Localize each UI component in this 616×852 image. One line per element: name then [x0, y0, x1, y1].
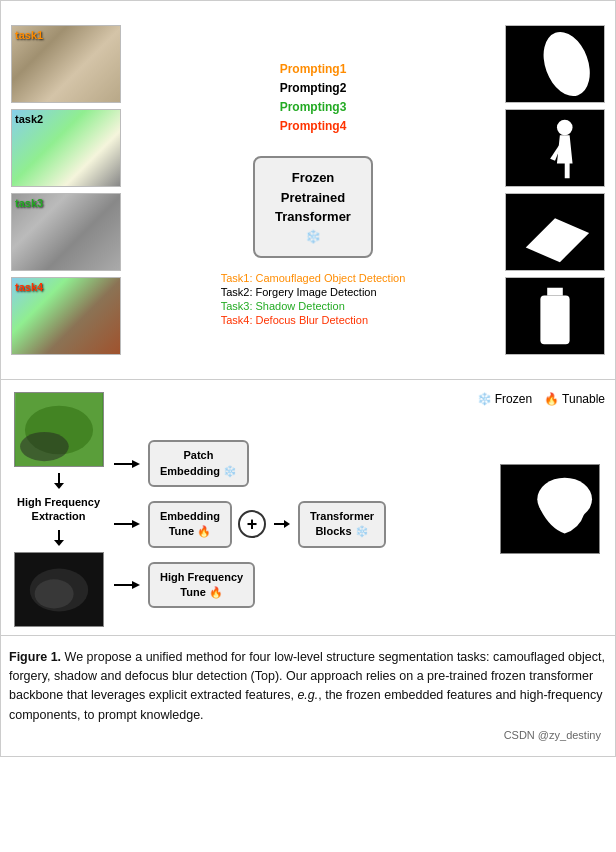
task1-image: task1 — [11, 25, 121, 103]
task-labels-box: Task1: Camouflaged Object Detection Task… — [221, 272, 406, 326]
frozen-legend-icon: ❄️ — [477, 392, 492, 406]
prompting3-label: Prompting3 — [280, 98, 347, 117]
svg-point-11 — [20, 432, 69, 461]
main-container: task1 task2 task3 task4 Prompting1 Promp… — [0, 0, 616, 757]
svg-point-29 — [543, 481, 566, 504]
svg-point-18 — [34, 579, 73, 608]
bottom-section: ❄️ Frozen 🔥 Tunable — [0, 380, 616, 636]
task2-image: task2 — [11, 109, 121, 187]
svg-marker-26 — [132, 581, 140, 589]
svg-marker-15 — [54, 540, 64, 546]
frozen-line2: Pretrained — [275, 188, 351, 208]
arrow-to-hft-icon — [112, 575, 142, 595]
legend: ❄️ Frozen 🔥 Tunable — [477, 392, 605, 406]
hf-output-image — [14, 552, 104, 627]
pe-frozen-icon: ❄️ — [223, 465, 237, 477]
input-image — [14, 392, 104, 467]
arrow-to-pe-icon — [112, 454, 142, 474]
legend-frozen: ❄️ Frozen — [477, 392, 532, 406]
task2-description: Task2: Forgery Image Detection — [221, 286, 406, 298]
right-result — [495, 464, 605, 554]
result-bottom-image — [500, 464, 600, 554]
frozen-line3: Transformer — [275, 207, 351, 227]
frozen-transformer-box: Frozen Pretrained Transformer ❄️ — [253, 156, 373, 258]
frozen-icon: ❄️ — [275, 227, 351, 247]
svg-rect-2 — [506, 110, 603, 186]
bottom-diagram: ❄️ Frozen 🔥 Tunable — [11, 392, 605, 627]
top-section: task1 task2 task3 task4 Prompting1 Promp… — [0, 0, 616, 380]
prompting1-label: Prompting1 — [280, 60, 347, 79]
transformer-blocks-block: TransformerBlocks ❄️ — [298, 501, 386, 548]
down-arrow2-icon — [49, 528, 69, 548]
prompting2-label: Prompting2 — [280, 79, 347, 98]
svg-rect-7 — [547, 288, 563, 296]
task3-description: Task3: Shadow Detection — [221, 300, 406, 312]
svg-marker-22 — [132, 520, 140, 528]
tunable-legend-icon: 🔥 — [544, 392, 559, 406]
caption-text: Figure 1. We propose a unified method fo… — [9, 648, 607, 726]
task3-image: task3 — [11, 193, 121, 271]
patch-embedding-block: PatchEmbedding ❄️ — [148, 440, 249, 487]
prompting-box: Prompting1 Prompting2 Prompting3 Prompti… — [268, 54, 359, 143]
result-images-column — [505, 25, 605, 355]
svg-marker-24 — [284, 520, 290, 528]
result3-image — [505, 193, 605, 271]
task4-image: task4 — [11, 277, 121, 355]
frozen-line1: Frozen — [275, 168, 351, 188]
tunable-legend-label: Tunable — [562, 392, 605, 406]
task-images-column: task1 task2 task3 task4 — [11, 25, 121, 355]
svg-rect-8 — [540, 296, 569, 345]
svg-marker-20 — [132, 460, 140, 468]
task3-label: task3 — [15, 197, 43, 209]
arrow-to-et-icon — [112, 514, 142, 534]
legend-tunable: 🔥 Tunable — [544, 392, 605, 406]
left-column: High FrequencyExtraction — [11, 392, 106, 627]
svg-point-3 — [557, 120, 573, 136]
hf-tune-block: High FrequencyTune 🔥 — [148, 562, 255, 609]
arrow-to-tb-icon — [272, 514, 292, 534]
hfe-label: High FrequencyExtraction — [17, 495, 100, 524]
result4-image — [505, 277, 605, 355]
watermark: CSDN @zy_destiny — [9, 725, 607, 748]
svg-marker-13 — [54, 483, 64, 489]
caption-section: Figure 1. We propose a unified method fo… — [0, 636, 616, 758]
frozen-legend-label: Frozen — [495, 392, 532, 406]
task1-description: Task1: Camouflaged Object Detection — [221, 272, 406, 284]
task1-label: task1 — [15, 29, 43, 41]
result2-image — [505, 109, 605, 187]
task4-description: Task4: Defocus Blur Detection — [221, 314, 406, 326]
plus-circle: + — [238, 510, 266, 538]
task2-label: task2 — [15, 113, 43, 125]
prompting4-label: Prompting4 — [280, 117, 347, 136]
down-arrow-icon — [49, 471, 69, 491]
task4-label: task4 — [15, 281, 43, 293]
embedding-tune-block: EmbeddingTune 🔥 — [148, 501, 232, 548]
result1-image — [505, 25, 605, 103]
